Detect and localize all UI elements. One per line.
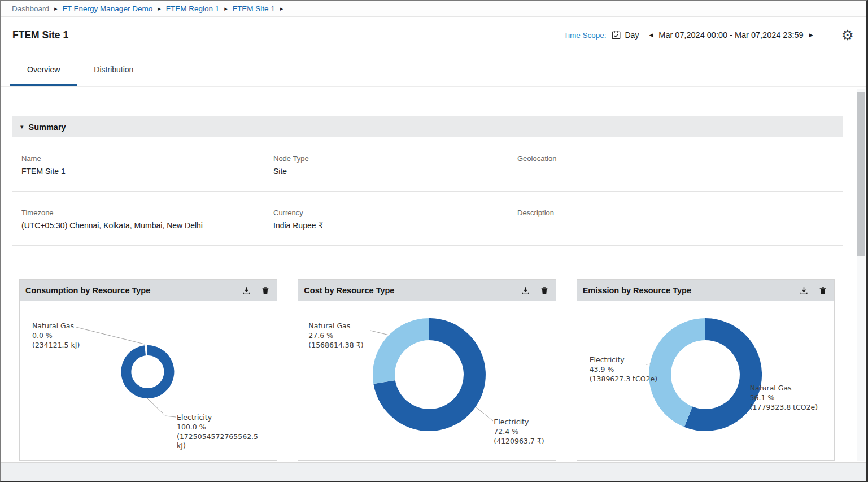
consumption-chart-card: Consumption by Resource Type — [19, 279, 277, 461]
card-header: Consumption by Resource Type — [20, 280, 277, 301]
slice-name: Electricity — [494, 418, 555, 427]
slice-name: Natural Gas — [32, 322, 101, 331]
field-value: India Rupee ₹ — [273, 221, 517, 231]
slice-percent: 0.0 % — [32, 331, 101, 341]
field-label: Geolocation — [517, 154, 843, 163]
slice-value: (1389627.3 tCO2e) — [590, 375, 683, 384]
time-scope-controls: Time Scope: Day ◀ Mar 07,2024 00:00 - Ma… — [564, 28, 854, 42]
field-description: Description — [517, 209, 843, 231]
chart-title: Consumption by Resource Type — [25, 286, 150, 295]
summary-fields: Name FTEM Site 1 Node Type Site Geolocat… — [12, 137, 843, 246]
field-label: Name — [21, 154, 273, 163]
download-icon[interactable] — [242, 286, 251, 296]
chart-slice-label: Natural Gas 0.0 % (234121.5 kJ) — [32, 322, 101, 350]
chart-area: Electricity 43.9 % (1389627.3 tCO2e) Nat… — [577, 301, 834, 460]
slice-value: (1725054572765562.5 kJ) — [177, 432, 266, 451]
card-actions — [242, 286, 270, 296]
summary-section-header[interactable]: ▾ Summary — [12, 116, 843, 137]
next-period-button[interactable]: ▶ — [806, 32, 817, 38]
collapse-caret-icon: ▾ — [20, 123, 24, 131]
slice-name: Electricity — [590, 355, 683, 365]
field-value: (UTC+05:30) Chennai, Kolkata, Mumbai, Ne… — [21, 221, 273, 231]
slice-value: (234121.5 kJ) — [32, 341, 101, 350]
delete-icon[interactable] — [261, 286, 270, 296]
slice-percent: 56.1 % — [750, 393, 832, 403]
date-range: Mar 07,2024 00:00 - Mar 07,2024 23:59 — [658, 31, 803, 40]
delete-icon[interactable] — [818, 286, 827, 296]
calendar-icon[interactable] — [611, 30, 621, 40]
delete-icon[interactable] — [540, 286, 549, 296]
prev-period-button[interactable]: ◀ — [645, 32, 656, 38]
card-header: Emission by Resource Type — [577, 280, 834, 301]
breadcrumb-separator-icon: ▸ — [280, 6, 283, 12]
chart-slice-label: Natural Gas 27.6 % (1568614.38 ₹) — [308, 322, 385, 350]
chart-slice-label: Electricity 43.9 % (1389627.3 tCO2e) — [590, 355, 683, 384]
field-node-type: Node Type Site — [273, 154, 517, 176]
main-content: ▾ Summary Name FTEM Site 1 Node Type Sit… — [1, 116, 866, 482]
slice-percent: 72.4 % — [494, 427, 555, 437]
chart-title: Emission by Resource Type — [583, 286, 691, 295]
download-icon[interactable] — [521, 286, 530, 296]
field-name: Name FTEM Site 1 — [21, 154, 273, 176]
card-header: Cost by Resource Type — [298, 280, 555, 301]
card-actions — [521, 286, 549, 296]
chart-cards-row: Consumption by Resource Type — [19, 279, 835, 461]
breadcrumb-separator-icon: ▸ — [224, 6, 228, 12]
tab-distribution[interactable]: Distribution — [77, 53, 150, 86]
cost-chart-card: Cost by Resource Type — [298, 279, 556, 461]
field-label: Currency — [273, 209, 517, 217]
field-label: Timezone — [21, 209, 273, 217]
slice-percent: 43.9 % — [590, 365, 683, 375]
page-title: FTEM Site 1 — [12, 29, 68, 41]
chart-area: Natural Gas 27.6 % (1568614.38 ₹) Electr… — [298, 301, 555, 460]
field-value — [517, 221, 843, 231]
field-label: Description — [517, 209, 843, 217]
breadcrumb-item-dashboard[interactable]: Dashboard — [12, 5, 49, 13]
chart-slice-label: Natural Gas 56.1 % (1779323.8 tCO2e) — [750, 384, 832, 412]
summary-row: Timezone (UTC+05:30) Chennai, Kolkata, M… — [12, 192, 843, 246]
slice-value: (1779323.8 tCO2e) — [750, 403, 832, 412]
field-timezone: Timezone (UTC+05:30) Chennai, Kolkata, M… — [21, 209, 273, 231]
tab-overview[interactable]: Overview — [10, 53, 77, 86]
breadcrumb-separator-icon: ▸ — [54, 6, 58, 12]
slice-percent: 27.6 % — [308, 331, 385, 341]
slice-value: (4120963.7 ₹) — [494, 437, 555, 446]
field-value: Site — [273, 167, 517, 176]
slice-name: Natural Gas — [308, 322, 385, 331]
scrollbar-thumb[interactable] — [857, 92, 865, 256]
breadcrumb: Dashboard ▸ FT Energy Manager Demo ▸ FTE… — [1, 1, 866, 17]
chart-slice-label: Electricity 72.4 % (4120963.7 ₹) — [494, 418, 555, 446]
time-scope-label: Time Scope: — [564, 31, 606, 40]
download-icon[interactable] — [799, 286, 809, 296]
breadcrumb-item-ftem-region-1[interactable]: FTEM Region 1 — [166, 5, 220, 13]
page-header: FTEM Site 1 Time Scope: Day ◀ Mar 07,202… — [1, 17, 866, 53]
field-value: FTEM Site 1 — [21, 167, 273, 176]
field-value — [517, 167, 843, 176]
time-scope-value[interactable]: Day — [625, 31, 639, 40]
slice-value: (1568614.38 ₹) — [308, 341, 385, 350]
breadcrumb-separator-icon: ▸ — [158, 6, 161, 12]
chart-title: Cost by Resource Type — [304, 286, 394, 295]
slice-name: Natural Gas — [750, 384, 832, 393]
footer-bar — [1, 462, 866, 481]
slice-percent: 100.0 % — [177, 423, 266, 432]
breadcrumb-item-ft-energy-manager-demo[interactable]: FT Energy Manager Demo — [63, 5, 153, 13]
chart-slice-label: Electricity 100.0 % (1725054572765562.5 … — [177, 413, 266, 451]
emission-chart-card: Emission by Resource Type — [577, 279, 835, 461]
breadcrumb-item-ftem-site-1[interactable]: FTEM Site 1 — [233, 5, 275, 13]
field-geolocation: Geolocation — [517, 154, 843, 176]
tab-bar: Overview Distribution — [1, 53, 866, 87]
settings-gear-icon[interactable]: ⚙ — [841, 28, 854, 42]
summary-row: Name FTEM Site 1 Node Type Site Geolocat… — [12, 137, 843, 192]
summary-title: Summary — [29, 123, 66, 132]
vertical-scrollbar[interactable] — [857, 89, 865, 461]
field-label: Node Type — [273, 154, 517, 163]
chart-area: Natural Gas 0.0 % (234121.5 kJ) Electric… — [20, 301, 277, 460]
app-window: Dashboard ▸ FT Energy Manager Demo ▸ FTE… — [0, 0, 868, 482]
field-currency: Currency India Rupee ₹ — [273, 209, 517, 231]
slice-name: Electricity — [177, 413, 266, 423]
card-actions — [799, 286, 827, 296]
